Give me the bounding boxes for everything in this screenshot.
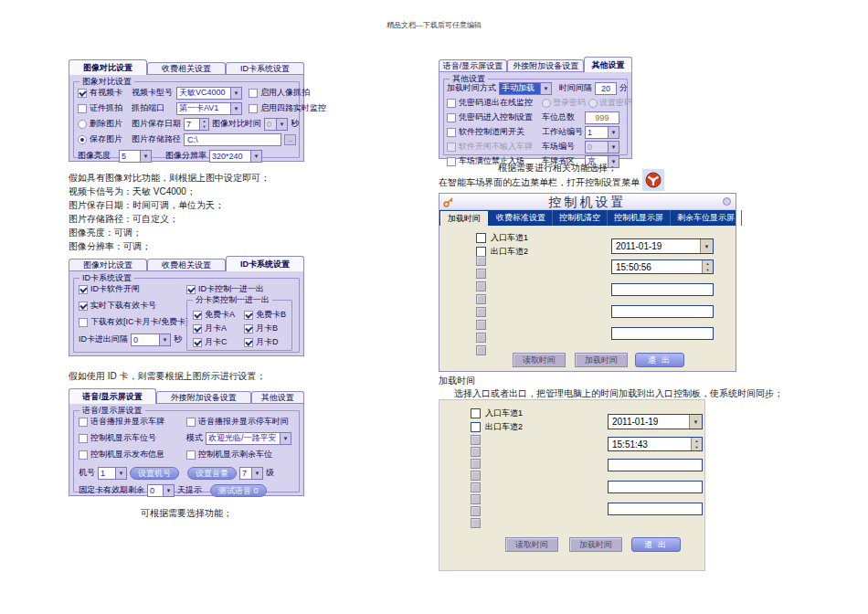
save-image-radio[interactable]: 保存图片 [78,133,129,145]
pwd-exit-checkbox[interactable]: 凭密码退出在线监控 [447,97,533,109]
tab-external-device[interactable]: 外接附加设备设置 [507,59,584,72]
time-spinner[interactable]: 15:51:43▲▼ [608,437,703,451]
date-select[interactable]: 2011-01-19▼ [611,238,714,254]
month-card-a-checkbox[interactable]: 月卡A [193,323,227,334]
month-card-c-checkbox[interactable]: 月卡C [193,336,228,348]
tab-voice-display[interactable]: 语音/显示屏设置 [439,59,507,72]
window-tabstrip: 加载时间 收费标准设置 控制机清空 控制机显示屏 剩余车位显示屏 [439,210,736,226]
tab-fee-settings[interactable]: 收费相关设置 [147,259,226,271]
checkbox-icon [249,89,258,98]
tab-fee-settings[interactable]: 收费相关设置 [147,62,226,75]
lane-in-checkbox[interactable]: 入口车道1 [471,408,523,418]
control-machine-window: 控制机设置 加载时间 收费标准设置 控制机清空 控制机显示屏 剩余车位显示屏 入… [439,193,736,372]
machine-no-select[interactable]: 1▼ [98,467,127,480]
exit-button[interactable]: 退 出 [635,353,684,367]
empty-field[interactable] [611,305,714,318]
interval-field[interactable]: 20 [595,82,617,95]
total-spaces-field[interactable]: 999 [585,111,619,124]
tab-voice-display[interactable]: 语音/显示屏设置 [69,388,156,404]
delete-image-radio[interactable]: 删除图片 [78,118,129,130]
note-load-title: 加载时间 [439,375,475,387]
voice-display-dialog: 语音/显示屏设置 外接附加设备设置 其他设置 语音/显示屏设置 语音播报并显示车… [69,388,304,496]
days-notice-label: 天提示 [177,484,202,496]
four-channel-checkbox[interactable]: 启用四路实时监控 [249,102,326,114]
open-no-plate-checkbox: 软件开闸不输入车牌 [447,141,533,153]
resolution-select[interactable]: 320*240▼ [209,150,262,163]
load-mode-select[interactable]: 手动加载▼ [499,82,552,95]
time-spinner[interactable]: 15:50:56▲▼ [611,259,714,274]
set-machine-button[interactable]: 设置机号 [130,467,179,480]
station-no-select[interactable]: 1▼ [585,126,619,139]
radio-icon [78,135,87,144]
show-info-checkbox[interactable]: 控制机显示发布信息 [79,449,164,460]
save-days-spinner[interactable]: 7▲▼ [184,118,209,131]
show-remain-checkbox[interactable]: 控制机显示剩余车位 [186,449,272,460]
set-volume-button[interactable]: 设置音量 [187,467,237,480]
empty-field[interactable] [608,503,703,515]
window-title: 控制机设置 [439,195,736,211]
checkbox-icon [249,104,258,113]
idcard-soft-open-checkbox[interactable]: ID卡软件开闸 [79,283,140,295]
note-voice: 可根据需要选择功能； [69,507,304,520]
control-settings-menu-icon[interactable] [642,169,664,191]
tab-machine-clear[interactable]: 控制机清空 [553,210,608,226]
tab-external-device[interactable]: 外接附加设备设置 [156,391,251,404]
checkbox-icon [79,450,88,460]
tab-fee-standard[interactable]: 收费标准设置 [490,210,553,226]
fixed-card-select[interactable]: 0▼ [147,484,175,497]
brightness-select[interactable]: 5▼ [119,150,152,163]
voice-time-checkbox[interactable]: 语音播报并显示停车时间 [186,416,289,428]
empty-field[interactable] [608,481,703,493]
tab-remaining-display[interactable]: 剩余车位显示屏 [671,210,742,226]
load-time-button[interactable]: 加载时间 [569,537,622,552]
tab-image-compare[interactable]: 图像对比设置 [69,259,147,271]
empty-field[interactable] [608,459,703,471]
tabstrip: 图像对比设置 收费相关设置 ID卡系统设置 [69,59,304,75]
download-valid-checkbox[interactable]: 下载有效[IC卡月卡/免费卡] [79,316,188,328]
cert-capture-checkbox[interactable]: 证件抓拍 [78,102,129,114]
empty-field[interactable] [611,283,714,296]
browse-button[interactable]: .. [284,134,296,145]
tabstrip: 图像对比设置 收费相关设置 ID卡系统设置 [69,256,304,271]
chevron-down-icon: ▼ [251,468,262,479]
month-card-d-checkbox[interactable]: 月卡D [244,336,279,348]
video-card-model-select[interactable]: 天敏VC4000▼ [176,87,242,100]
has-video-card-checkbox[interactable]: 有视频卡 [78,87,129,99]
checkbox-icon [79,418,88,427]
checkbox-icon [193,338,202,347]
pwd-enter-checkbox[interactable]: 凭密码进入控制设置 [447,111,533,123]
tab-other-settings[interactable]: 其他设置 [251,391,304,404]
mode-select[interactable]: 欢迎光临/一路平安▼ [206,432,291,445]
free-card-b-checkbox[interactable]: 免费卡B [244,309,286,321]
free-card-a-checkbox[interactable]: 免费卡A [193,309,235,321]
note-select: 根据需要进行相关功能选择； [439,162,676,175]
load-time-button[interactable]: 加载时间 [575,353,628,367]
month-card-b-checkbox[interactable]: 月卡B [244,323,278,334]
tab-load-time[interactable]: 加载时间 [440,211,488,226]
capture-port-select[interactable]: 第一卡AV1▼ [176,102,242,115]
show-space-no-checkbox[interactable]: 控制机显示车位号 [79,432,156,444]
face-capture-checkbox[interactable]: 启用人像抓拍 [249,87,310,99]
voice-plate-checkbox[interactable]: 语音播报并显示车牌 [79,416,164,428]
storage-path-field[interactable]: C:\ [184,133,281,146]
idcard-interval-select[interactable]: 0▼ [131,333,171,346]
read-time-button[interactable]: 读取时间 [505,537,558,552]
soft-gate-checkbox[interactable]: 软件控制道闸开关 [447,126,524,138]
window-control-button[interactable] [723,197,731,206]
empty-field[interactable] [611,327,714,340]
tab-image-compare[interactable]: 图像对比设置 [69,59,147,75]
tab-idcard-system[interactable]: ID卡系统设置 [226,62,304,75]
note-line: 视频卡信号为：天敏 VC4000； [69,185,196,198]
realtime-download-checkbox[interactable]: 实时下载有效卡号 [79,300,156,312]
tab-other-settings[interactable]: 其他设置 [584,57,632,72]
exit-button[interactable]: 退 出 [631,537,681,552]
test-voice-button[interactable]: 测试语音 0 [210,484,267,497]
read-time-button[interactable]: 读取时间 [513,353,566,367]
date-select[interactable]: 2011-01-19▼ [608,414,703,429]
lane-out-checkbox[interactable]: 出口车道2 [471,421,523,432]
volume-select[interactable]: 7▼ [239,467,263,480]
tab-idcard-system[interactable]: ID卡系统设置 [226,256,304,271]
tab-machine-display[interactable]: 控制机显示屏 [608,210,671,226]
lane-in-checkbox[interactable]: 入口车道1 [476,232,528,243]
disabled-lane-checkbox [476,281,486,291]
